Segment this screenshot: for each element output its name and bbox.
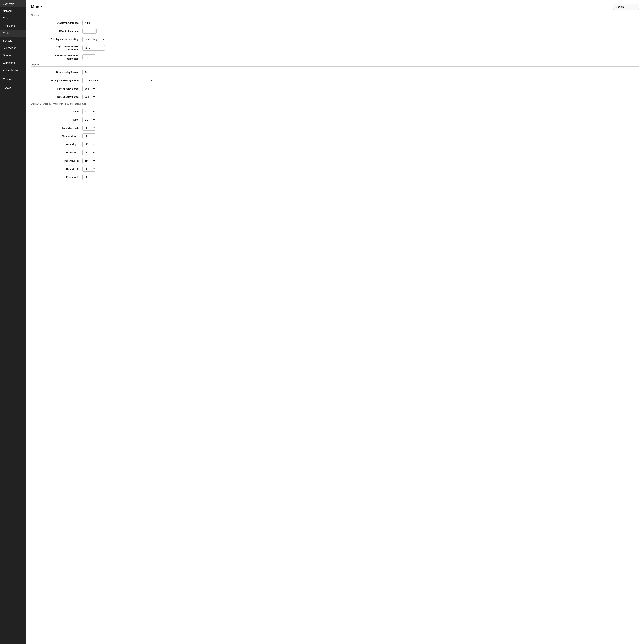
row-light-measurement-correction: Light measurementcorrection 0% 10% 20% 3… xyxy=(31,45,639,51)
row-pressure2-interval: Pressure 2 off 1 s 2 s 3 s xyxy=(31,175,639,180)
select-display-current-derating[interactable]: no derating 10% 20% 30% xyxy=(82,37,105,42)
row-pressure1-interval: Pressure 1 off 1 s 2 s 3 s xyxy=(31,150,639,155)
row-humidity1-interval: Humidity 1 off 1 s 2 s 3 s xyxy=(31,142,639,147)
select-time-display-zeros[interactable]: Yes No xyxy=(82,86,95,91)
sidebar-item-sensors[interactable]: Sensors xyxy=(0,37,26,44)
sidebar-label-timezone: Time zone xyxy=(3,24,15,27)
select-date-interval[interactable]: off 1 s 2 s 3 s 4 s 5 s xyxy=(82,117,95,122)
sidebar-label-authentication: Authentication xyxy=(3,69,19,72)
section-title-display1: Display 1 xyxy=(31,63,639,66)
page-header: Mode English German French Spanish xyxy=(31,4,639,10)
select-stopwatch-keyboard-connected[interactable]: No Yes xyxy=(82,54,95,60)
label-humidity2-interval: Humidity 2 xyxy=(31,167,82,171)
row-time-display-format: Time display format 12 24 xyxy=(31,70,639,75)
page-title: Mode xyxy=(31,4,42,9)
select-temperature1-interval[interactable]: off 1 s 2 s 3 s xyxy=(82,133,95,139)
label-display-alternating-mode: Display alternating mode xyxy=(31,79,82,82)
select-display-brightness[interactable]: Auto Low Medium High xyxy=(82,20,98,25)
select-display-alternating-mode[interactable]: User defined Fixed Auto xyxy=(82,78,153,83)
sidebar-label-overview: Overview xyxy=(3,2,14,5)
label-light-measurement-correction: Light measurementcorrection xyxy=(31,45,82,51)
language-select[interactable]: English German French Spanish xyxy=(613,4,639,10)
sidebar-label-logout: Logout xyxy=(3,87,11,89)
label-humidity1-interval: Humidity 1 xyxy=(31,143,82,146)
select-pressure1-interval[interactable]: off 1 s 2 s 3 s xyxy=(82,150,95,155)
label-time-display-zeros: Time display zeros xyxy=(31,87,82,90)
label-pressure2-interval: Pressure 2 xyxy=(31,175,82,179)
sidebar-divider-1 xyxy=(0,75,26,75)
sidebar-item-supervision[interactable]: Supervision xyxy=(0,44,26,52)
label-temperature2-interval: Temperature 2 xyxy=(31,159,82,162)
label-display-brightness: Display brightness xyxy=(31,21,82,24)
select-time-display-format[interactable]: 12 24 xyxy=(82,70,95,75)
sidebar-item-timezone[interactable]: Time zone xyxy=(0,22,26,30)
select-light-measurement-correction[interactable]: 0% 10% 20% 30% 40% 50% 60% 70% 80% 90% 1… xyxy=(82,45,105,51)
sidebar-label-sensors: Sensors xyxy=(3,39,12,42)
sidebar-item-command[interactable]: Command xyxy=(0,59,26,67)
section-title-display1-user-intervals: Display 1 - User intervals of Display al… xyxy=(31,102,639,105)
sidebar-label-time: Time xyxy=(3,17,9,20)
row-display-brightness: Display brightness Auto Low Medium High xyxy=(31,20,639,25)
sidebar-label-network: Network xyxy=(3,10,12,12)
row-humidity2-interval: Humidity 2 off 1 s 2 s 3 s xyxy=(31,166,639,172)
sidebar-item-general[interactable]: General xyxy=(0,52,26,59)
row-stopwatch-keyboard-connected: Stopwatch keyboardconnected No Yes xyxy=(31,54,639,60)
select-calendar-week-interval[interactable]: off 1 s 2 s 3 s xyxy=(82,125,95,131)
sidebar-label-mode: Mode xyxy=(3,32,9,35)
label-pressure1-interval: Pressure 1 xyxy=(31,151,82,154)
select-humidity2-interval[interactable]: off 1 s 2 s 3 s xyxy=(82,166,95,172)
sidebar-item-mode[interactable]: Mode xyxy=(0,30,26,37)
sidebar: Overview Network Time Time zone Mode Sen… xyxy=(0,0,26,644)
row-date-display-zeros: Date display zeros Yes No xyxy=(31,94,639,99)
sidebar-label-command: Command xyxy=(3,62,15,64)
section-title-general: General xyxy=(31,14,639,16)
label-time-display-format: Time display format xyxy=(31,71,82,74)
section-divider-display1-user-intervals xyxy=(31,106,639,106)
sidebar-label-general: General xyxy=(3,54,12,57)
section-divider-display1 xyxy=(31,66,639,67)
label-date-display-zeros: Date display zeros xyxy=(31,95,82,99)
row-temperature2-interval: Temperature 2 off 1 s 2 s 3 s xyxy=(31,158,639,163)
row-calendar-week-interval: Calendar week off 1 s 2 s 3 s xyxy=(31,125,639,131)
label-stopwatch-keyboard-connected: Stopwatch keyboardconnected xyxy=(31,54,82,60)
label-temperature1-interval: Temperature 1 xyxy=(31,134,82,138)
label-time-interval: Time xyxy=(31,110,82,113)
label-ir-auto-lock-time: IR auto lock time xyxy=(31,29,82,33)
sidebar-label-supervision: Supervision xyxy=(3,47,16,49)
label-date-interval: Date xyxy=(31,118,82,121)
row-time-interval: Time off 1 s 2 s 3 s 4 s 5 s 6 s xyxy=(31,109,639,114)
section-divider-general xyxy=(31,17,639,17)
label-display-current-derating: Display current derating xyxy=(31,38,82,41)
select-time-interval[interactable]: off 1 s 2 s 3 s 4 s 5 s 6 s xyxy=(82,109,95,114)
row-display-current-derating: Display current derating no derating 10%… xyxy=(31,37,639,42)
row-temperature1-interval: Temperature 1 off 1 s 2 s 3 s xyxy=(31,133,639,139)
row-date-interval: Date off 1 s 2 s 3 s 4 s 5 s xyxy=(31,117,639,122)
sidebar-item-overview[interactable]: Overview xyxy=(0,0,26,7)
row-time-display-zeros: Time display zeros Yes No xyxy=(31,86,639,91)
sidebar-item-network[interactable]: Network xyxy=(0,7,26,15)
sidebar-item-time[interactable]: Time xyxy=(0,15,26,22)
select-ir-auto-lock-time[interactable]: U 1 min 5 min 10 min xyxy=(82,28,97,34)
row-display-alternating-mode: Display alternating mode User defined Fi… xyxy=(31,78,639,83)
sidebar-item-authentication[interactable]: Authentication xyxy=(0,67,26,74)
sidebar-label-manual: Manual xyxy=(3,78,11,81)
select-humidity1-interval[interactable]: off 1 s 2 s 3 s xyxy=(82,142,95,147)
select-temperature2-interval[interactable]: off 1 s 2 s 3 s xyxy=(82,158,95,163)
label-calendar-week-interval: Calendar week xyxy=(31,126,82,130)
select-date-display-zeros[interactable]: Yes No xyxy=(82,94,95,99)
main-content: Mode English German French Spanish Gener… xyxy=(26,0,644,644)
select-pressure2-interval[interactable]: off 1 s 2 s 3 s xyxy=(82,175,95,180)
sidebar-item-logout[interactable]: Logout xyxy=(0,84,26,92)
sidebar-item-manual[interactable]: Manual xyxy=(0,76,26,83)
row-ir-auto-lock-time: IR auto lock time U 1 min 5 min 10 min xyxy=(31,28,639,34)
